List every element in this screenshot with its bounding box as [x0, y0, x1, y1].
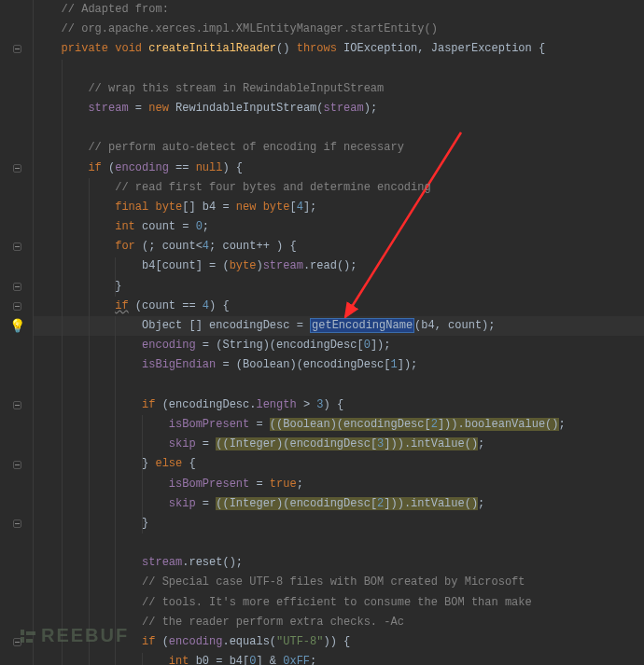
fold-toggle-icon[interactable]: [0, 39, 34, 59]
code-line[interactable]: int count = 0;: [41, 217, 644, 237]
code-line[interactable]: }: [41, 277, 644, 297]
code-line[interactable]: encoding = (String)(encodingDesc[0]);: [41, 336, 644, 355]
code-line[interactable]: [41, 376, 644, 395]
code-line[interactable]: if (encoding.equals("UTF-8")) {: [41, 632, 644, 652]
watermark: REEBUF: [21, 625, 129, 646]
watermark-text: REEBUF: [41, 625, 129, 646]
code-line[interactable]: skip = ((Integer)(encodingDesc[2])).intV…: [41, 494, 644, 514]
code-line[interactable]: // wrap this stream in RewindableInputSt…: [41, 79, 644, 99]
code-line[interactable]: [41, 118, 644, 138]
code-line[interactable]: // tools. It's more efficient to consume…: [41, 593, 644, 613]
fold-toggle-icon[interactable]: [0, 514, 34, 533]
code-line[interactable]: // perform auto-detect of encoding if ne…: [41, 138, 644, 158]
code-line[interactable]: } else {: [41, 454, 644, 474]
code-line[interactable]: stream = new RewindableInputStream(strea…: [41, 99, 644, 118]
code-line[interactable]: // the reader perform extra checks. -Ac: [41, 613, 644, 632]
code-line[interactable]: isBomPresent = ((Boolean)(encodingDesc[2…: [41, 415, 644, 435]
code-line[interactable]: if (count == 4) {: [41, 297, 644, 316]
code-line[interactable]: if (encodingDesc.length > 3) {: [41, 395, 644, 415]
code-line[interactable]: [41, 533, 644, 553]
fold-toggle-icon[interactable]: [0, 277, 34, 297]
code-line[interactable]: int b0 = b4[0] & 0xFF;: [41, 652, 644, 665]
code-line[interactable]: // Adapted from:: [41, 0, 644, 20]
code-line[interactable]: if (encoding == null) {: [41, 159, 644, 178]
gutter: 💡: [0, 0, 34, 665]
fold-toggle-icon[interactable]: [0, 237, 34, 256]
code-line[interactable]: b4[count] = (byte)stream.read();: [41, 256, 644, 276]
code-line[interactable]: [41, 60, 644, 79]
code-line[interactable]: for (; count<4; count++ ) {: [41, 237, 644, 256]
fold-toggle-icon[interactable]: [0, 455, 34, 475]
code-line[interactable]: private void createInitialReader() throw…: [41, 39, 644, 59]
code-line[interactable]: // org.apache.xerces.impl.XMLEntityManag…: [41, 20, 644, 39]
fold-toggle-icon[interactable]: [0, 395, 34, 415]
code-line[interactable]: stream.reset();: [41, 553, 644, 573]
code-line[interactable]: // read first four bytes and determine e…: [41, 178, 644, 198]
intention-bulb-icon[interactable]: 💡: [0, 316, 34, 336]
code-line[interactable]: // Special case UTF-8 files with BOM cre…: [41, 573, 644, 592]
code-line[interactable]: isBomPresent = true;: [41, 475, 644, 494]
fold-toggle-icon[interactable]: [0, 297, 34, 316]
fold-toggle-icon[interactable]: [0, 159, 34, 178]
code-line[interactable]: skip = ((Integer)(encodingDesc[3])).intV…: [41, 435, 644, 454]
code-line[interactable]: isBigEndian = (Boolean)(encodingDesc[1])…: [41, 355, 644, 375]
code-line[interactable]: }: [41, 514, 644, 533]
code-line[interactable]: final byte[] b4 = new byte[4];: [41, 198, 644, 217]
code-line[interactable]: Object [] encodingDesc = getEncodingName…: [41, 316, 644, 336]
code-editor[interactable]: 💡 // Adapted from: // org.apache.xerces.…: [0, 0, 644, 665]
code-area[interactable]: // Adapted from: // org.apache.xerces.im…: [34, 0, 644, 665]
watermark-icon: [21, 628, 37, 644]
